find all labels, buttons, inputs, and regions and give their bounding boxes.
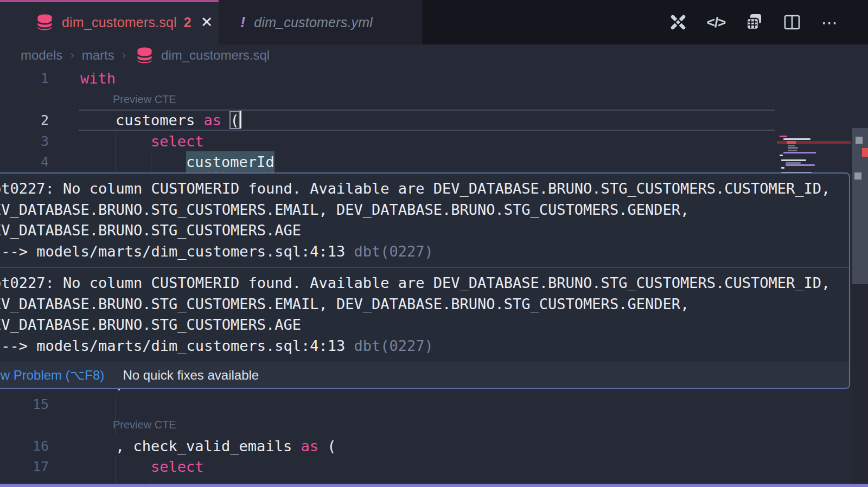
breadcrumb-models[interactable]: models (21, 48, 62, 63)
window-bottom-border (0, 484, 868, 487)
line-number: 2 (0, 110, 49, 131)
codelens-preview-cte[interactable]: Preview CTE (113, 93, 176, 106)
database-icon (36, 14, 54, 30)
minimap-code-line (781, 159, 806, 161)
codelens-preview-cte[interactable]: Preview CTE (113, 419, 176, 431)
minimap-code-line (786, 164, 815, 166)
minimap-code-line (786, 162, 801, 164)
code-row: 1with (0, 68, 777, 89)
bracket-match-cursor: ( (230, 112, 239, 129)
error-exclamation-icon: ! (240, 14, 245, 31)
view-problem-link[interactable]: iew Problem (⌥F8) (0, 368, 104, 383)
overview-decoration (856, 137, 863, 144)
query-results-icon[interactable] (744, 12, 764, 32)
code-text: select (80, 456, 204, 477)
more-actions-icon[interactable]: ⋯ (820, 12, 840, 32)
line-number: 16 (0, 435, 49, 457)
code-row: 2 customers as ( (0, 110, 777, 131)
code-row: 3 select (0, 131, 777, 152)
minimap-code-line (788, 145, 795, 146)
overview-error-mark (862, 148, 868, 157)
minimap-code-line (780, 155, 783, 156)
code-text: with (80, 68, 116, 89)
minimap-code-line (781, 167, 784, 169)
overview-decoration (854, 172, 861, 180)
tooltip-footer: iew Problem (⌥F8) No quick fixes availab… (0, 362, 849, 388)
tab-dim-customers-yml[interactable]: ! dim_customers.yml (219, 0, 422, 44)
tab-title: dim_customers.yml (254, 15, 373, 30)
chevron-right-icon: › (122, 48, 126, 62)
code-row: 17 select (0, 456, 777, 477)
tab-dim-customers-sql[interactable]: dim_customers.sql 2 ✕ (0, 0, 219, 44)
minimap-code-line (780, 136, 787, 137)
chevron-right-icon: › (70, 48, 74, 62)
minimap-code-line (783, 138, 810, 140)
scrollbar-track[interactable] (852, 132, 868, 487)
indent-guide (116, 394, 116, 415)
line-number: 15 (0, 394, 49, 415)
code-text: customers as ( (80, 110, 241, 131)
code-text: customerId (80, 151, 275, 172)
minimap-error-line (777, 141, 851, 144)
tab-bar: dim_customers.sql 2 ✕ ! dim_customers.ym… (0, 0, 868, 44)
tab-title: dim_customers.sql (62, 15, 177, 30)
tab-modified-badge: 2 (184, 15, 192, 30)
compile-code-icon[interactable]: </> (706, 12, 726, 32)
line-number: 4 (0, 151, 49, 172)
code-text: , check_valid_emails as ( (80, 435, 336, 457)
split-editor-icon[interactable] (782, 12, 802, 32)
code-row: 16 , check_valid_emails as ( (0, 435, 777, 457)
database-icon (136, 47, 154, 63)
error-message-block: bt0227: No column CUSTOMERID found. Avai… (0, 267, 849, 362)
error-highlighted-identifier: customerId (186, 151, 275, 172)
line-number: 1 (0, 68, 49, 89)
codelens-row: Preview CTE (0, 89, 777, 110)
no-quick-fixes-label: No quick fixes available (123, 368, 259, 383)
breadcrumb: models › marts › dim_customers.sql (0, 44, 868, 66)
line-number: 17 (0, 456, 49, 477)
codelens-row: Preview CTE (0, 414, 777, 435)
close-icon[interactable]: ✕ (201, 15, 213, 30)
editor-actions: </> ⋯ (668, 0, 868, 44)
line-number: 3 (0, 131, 49, 152)
dbt-logo-icon[interactable] (668, 12, 688, 32)
error-message-block: bt0227: No column CUSTOMERID found. Avai… (0, 174, 849, 267)
error-hover-tooltip: bt0227: No column CUSTOMERID found. Avai… (0, 172, 850, 389)
minimap-code-line (788, 147, 798, 149)
code-text: select (80, 131, 204, 152)
minimap-code-line (788, 150, 797, 151)
code-row: 15 (0, 394, 777, 415)
minimap-code-line (783, 152, 816, 153)
breadcrumb-file[interactable]: dim_customers.sql (161, 48, 270, 63)
text-caret (239, 111, 241, 129)
code-row: 4 customerId (0, 151, 777, 172)
breadcrumb-marts[interactable]: marts (82, 48, 114, 63)
